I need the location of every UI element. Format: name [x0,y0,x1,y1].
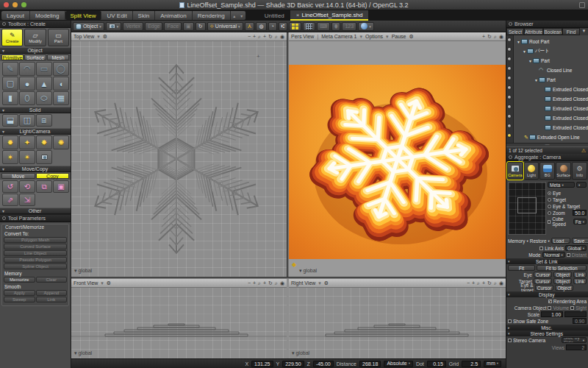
front-zoom-tool-icon[interactable]: ⌕ [258,280,261,286]
tab-layout[interactable]: Layout [1,11,30,20]
tab-modeling[interactable]: Modeling [30,11,65,20]
pers-camera-select[interactable]: Meta Camera 1 [321,34,356,39]
x-value-field[interactable]: 131.25 [251,361,273,367]
manipulator-button[interactable]: ↻ [196,22,206,31]
meta-secondary-dropdown[interactable]: ▾ [576,182,587,188]
front-pan-tool-icon[interactable]: + [263,280,266,286]
tree-item-closed-line[interactable]: ◠Closed Line [514,66,588,75]
zoom-value-field[interactable]: 50.0 [573,210,587,216]
smooth-append-button[interactable]: Append [36,290,68,296]
render-preview-button[interactable]: ▾ [358,22,374,31]
top-view-coord-mode[interactable]: ▾ global [74,268,92,274]
array-copy-tool-icon[interactable]: ▣ [53,180,69,193]
tree-item-extruded-closed[interactable]: Extruded Closed [514,104,588,113]
right-gear-icon[interactable]: ⚙ [324,280,329,286]
figure-button[interactable]: ⑆ [279,22,287,31]
tree-item-part[interactable]: ▼Part [514,56,588,66]
smooth-link-button[interactable]: Link [36,297,68,302]
memorize-button[interactable]: Memorize [4,277,35,283]
tab-primitive[interactable]: Primitive [1,54,24,60]
zoom-tool-icon[interactable]: ⌕ [258,34,261,40]
tab-mesh[interactable]: Mesh [47,54,69,60]
viewport-right[interactable]: Right View ▾ ⚙ − + ⌕ + ↻ ⌕ ◉ ▾ global [289,279,506,358]
cone-tool-icon[interactable]: ▲ [36,77,52,91]
visibility-dot[interactable] [507,95,512,99]
four-view-layout-button[interactable] [289,22,301,31]
pers-view-coord-mode[interactable]: ▾ global [299,268,317,274]
right-dropdown-icon[interactable]: ▾ [318,280,321,286]
front-dropdown-icon[interactable]: ▾ [101,280,104,286]
front-magnify-tool-icon[interactable]: ⌕ [275,280,278,286]
sphere-tool-icon[interactable]: ● [19,77,35,91]
tab-copy[interactable]: Copy [36,173,70,179]
viewport-front[interactable]: Front View ▾ ⚙ − + ⌕ + ↻ ⌕ ◉ ▾ global [71,279,287,358]
scale-copy-tool-icon[interactable]: ⇲ [19,194,35,206]
front-gear-icon[interactable]: ⚙ [107,280,111,286]
cube-tool-icon[interactable]: ▦ [53,91,69,105]
pan-tool-icon[interactable]: + [263,34,266,39]
tree-item-part-jp[interactable]: ▼パート [514,46,588,56]
grid-value-field[interactable]: 2.5 [462,361,481,367]
pivot-button[interactable]: ⋏ [245,22,255,31]
pers-target-tool-icon[interactable]: ◉ [499,34,503,40]
distant-checkbox[interactable] [567,253,570,257]
visibility-dot[interactable] [507,105,512,109]
convert-curved-surface-button[interactable]: Curved Surface [4,244,67,250]
distant-light-tool-icon[interactable]: ✸ [36,135,52,149]
rv-zoom-in-icon[interactable]: + [472,280,475,286]
solid-box-tool-icon[interactable]: ⬓ [2,114,18,127]
linear-light-tool-icon[interactable]: ✶ [2,150,18,164]
translate-copy-tool-icon[interactable]: ⧉ [36,180,52,193]
rounded-box-tool-icon[interactable]: ▢ [2,77,18,91]
convert-line-object-button[interactable]: Line Object [4,250,67,256]
options-dropdown-icon[interactable]: ▾ [386,34,389,40]
rv-target-tool-icon[interactable]: ◉ [499,280,503,286]
tree-item-extruded-closed[interactable]: Extruded Closed [514,85,588,94]
vertical-splitter[interactable] [287,32,289,277]
set-link-section[interactable]: ▾Set & Link [506,258,588,264]
fit-to-selection-button[interactable]: Fit to Selection [537,265,587,271]
camera-mode-button[interactable]: ▾ [106,22,122,31]
fit-button[interactable]: Fit [508,265,535,271]
magnify-tool-icon[interactable]: ⌕ [275,34,278,40]
eye-link-button[interactable]: Link [573,272,587,277]
area-light-tool-icon[interactable]: ✺ [53,135,69,149]
options-menu[interactable]: Options [365,34,383,39]
convert-polygon-mesh-button[interactable]: Polygon Mesh [4,237,67,243]
mode-modify-button[interactable]: ▱Modify [24,29,46,46]
aggregate-menu-icon[interactable] [509,155,512,159]
display-section[interactable]: ▾Display [506,291,588,297]
visibility-dot[interactable] [507,85,512,90]
path-light-tool-icon[interactable]: ✴ [19,150,35,164]
zoom-out-icon[interactable]: − [248,34,251,39]
stereo-settings-section[interactable]: ▾Stereo Settings [506,330,588,336]
snap-button[interactable]: ▣ [183,22,194,31]
spiral-copy-tool-icon[interactable]: ⟲ [19,180,35,193]
vertex-mode-button[interactable]: Vertex [123,22,143,31]
viewport-top[interactable]: + Top View ▾ ⚙ − + ⌕ + ↻ ⌕ ◉ [71,32,287,277]
eye-object-button[interactable]: Object [553,272,572,277]
rv-zoom-out-icon[interactable]: − [467,280,470,286]
front-orbit-tool-icon[interactable]: ↻ [268,280,273,286]
dot-value-field[interactable]: 0.15 [427,361,446,367]
mouse-input-button[interactable]: ⬮ [331,22,340,31]
restore-menu[interactable]: Restore [530,238,547,244]
sight-checkbox[interactable] [570,306,574,310]
front-view-coord-mode[interactable]: ▾ global [74,350,92,356]
universal-manipulator-button[interactable]: ⟡Universal▾ [207,22,243,31]
point-light-tool-icon[interactable]: ✹ [2,135,18,149]
tree-item-part-2[interactable]: ▼Part [514,75,588,85]
eye-radio-row[interactable]: Eye [548,190,587,196]
eyetarget-cursor-button[interactable]: Cursor [535,285,554,291]
eye-cursor-button[interactable]: Cursor [534,272,553,277]
section-light-camera[interactable]: ▾Light/Camera [0,128,71,135]
tree-item-extruded-open-line[interactable]: ✎Extruded Open Line [514,132,588,142]
clear-button[interactable]: Clear [36,277,68,283]
rv-pan-tool-icon[interactable]: + [482,280,485,286]
scale-slider[interactable] [564,311,587,317]
unit-dropdown[interactable]: mm▾ [484,361,501,367]
browser-tab-boolean[interactable]: Boolean [543,28,562,35]
section-other[interactable]: ▾Other [0,208,71,214]
doc-tab-untitled[interactable]: Untitled [259,10,290,21]
camera-tool-icon[interactable] [36,150,52,164]
